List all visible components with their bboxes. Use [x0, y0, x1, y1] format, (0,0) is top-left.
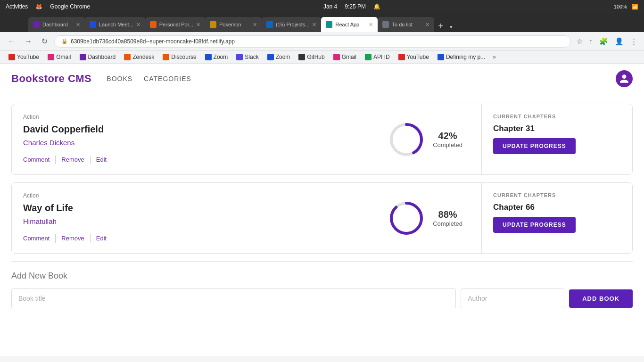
tab-favicon-personal-por	[150, 21, 157, 28]
book-card-progress-1: 88% Completed	[369, 183, 481, 253]
bookmark-favicon-youtube-2	[398, 54, 405, 60]
progress-pct-0: 42%	[433, 131, 462, 141]
update-progress-button-1[interactable]: UPDATE PROGRESS	[493, 217, 576, 233]
tab-close-launch-meet[interactable]: ✕	[136, 22, 140, 28]
os-battery: 100%	[614, 4, 627, 9]
extensions-button[interactable]: 🧩	[597, 35, 610, 48]
nav-actions: ☆ ↑ 🧩 👤 ⋮	[575, 35, 640, 48]
tab-label-react-app: React App	[335, 22, 366, 27]
bookmark-dashboard[interactable]: Dashboard	[76, 52, 120, 62]
bookmark-favicon-gmail-1	[48, 54, 54, 60]
bookmark-zendesk[interactable]: Zendesk	[120, 52, 158, 62]
bookmark-youtube-1[interactable]: YouTube	[5, 52, 43, 62]
back-button[interactable]: ←	[5, 35, 18, 48]
tab-todo-list[interactable]: To do list ✕	[378, 17, 434, 32]
bookmark-github[interactable]: GitHub	[295, 52, 328, 62]
bookmark-api-id[interactable]: API ID	[361, 52, 394, 62]
book-card-left-1: Action Way of Life Himatullah Comment Re…	[12, 183, 369, 253]
bookmark-discourse[interactable]: Discourse	[159, 52, 200, 62]
profile-button[interactable]: 👤	[613, 35, 626, 48]
nav-link-categories[interactable]: CATEGORIES	[144, 73, 191, 84]
remove-button-0[interactable]: Remove	[56, 154, 90, 165]
os-bar-center: Jan 4 9:25 PM 🔔	[323, 3, 380, 10]
tab-close-dashboard[interactable]: ✕	[76, 22, 80, 28]
bookmark-slack[interactable]: Slack	[232, 52, 262, 62]
activities-label[interactable]: Activities	[6, 3, 28, 10]
tab-react-app[interactable]: React App ✕	[321, 17, 378, 32]
bookmark-favicon-dashboard	[80, 54, 86, 60]
lock-icon: 🔒	[61, 38, 68, 44]
book-genre-1: Action	[23, 192, 357, 199]
bookmark-label-gmail-2: Gmail	[342, 54, 356, 60]
new-tab-button[interactable]: +	[434, 21, 447, 31]
book-title-input[interactable]	[11, 288, 456, 308]
os-signal-icon: 📶	[632, 4, 638, 10]
progress-circle-1	[388, 199, 425, 237]
bookmark-gmail-1[interactable]: Gmail	[44, 52, 74, 62]
add-book-title: Add New Book	[11, 271, 633, 281]
user-avatar[interactable]	[616, 70, 633, 87]
bookmark-youtube-2[interactable]: YouTube	[395, 52, 433, 62]
address-bar[interactable]: 🔒 6309be1db736cd40a8509e8d--super-moonca…	[54, 35, 571, 48]
os-bell-icon: 🔔	[373, 3, 380, 10]
bookmark-label-zoom-1: Zoom	[214, 54, 228, 60]
add-book-section: Add New Book ADD BOOK	[11, 261, 633, 318]
edit-button-1[interactable]: Edit	[91, 233, 112, 244]
bookmark-gmail-2[interactable]: Gmail	[330, 52, 360, 62]
tab-close-react-app[interactable]: ✕	[369, 22, 373, 28]
tab-overflow-button[interactable]: ▾	[447, 24, 455, 30]
comment-button-1[interactable]: Comment	[23, 233, 55, 244]
tab-label-projects: (15) Projects...	[276, 22, 310, 27]
nav-link-books[interactable]: BOOKS	[107, 73, 132, 84]
bookmark-favicon-zoom-1	[205, 54, 212, 60]
bookmark-label-api-id: API ID	[373, 54, 390, 60]
tab-projects[interactable]: (15) Projects... ✕	[262, 17, 322, 32]
tab-close-projects[interactable]: ✕	[312, 22, 316, 28]
add-book-button[interactable]: ADD BOOK	[569, 289, 633, 308]
bookmark-star-button[interactable]: ☆	[575, 35, 585, 48]
current-chapter-value-1: Chapter 66	[493, 203, 621, 212]
svg-point-3	[391, 203, 421, 233]
tab-close-todo-list[interactable]: ✕	[425, 22, 429, 28]
current-chapter-value-0: Chapter 31	[493, 124, 621, 133]
address-text: 6309be1db736cd40a8509e8d--super-mooncake…	[71, 38, 564, 45]
app-nav-links: BOOKS CATEGORIES	[107, 73, 601, 84]
tab-pokemon[interactable]: Pokemon ✕	[205, 17, 262, 32]
share-button[interactable]: ↑	[587, 35, 595, 47]
bookmark-zoom-1[interactable]: Zoom	[201, 52, 232, 62]
tab-dashboard[interactable]: Dashboard ✕	[28, 17, 85, 32]
bookmarks-overflow-button[interactable]: »	[490, 52, 499, 62]
book-card-0: Action David Copperfield Charles Dickens…	[11, 104, 633, 175]
forward-button[interactable]: →	[22, 35, 35, 48]
book-genre-0: Action	[23, 114, 357, 120]
author-input[interactable]	[461, 288, 564, 308]
tab-close-pokemon[interactable]: ✕	[253, 22, 257, 28]
update-progress-button-0[interactable]: UPDATE PROGRESS	[493, 138, 576, 154]
tab-favicon-todo-list	[382, 21, 389, 28]
bookmark-defining[interactable]: Defining my p...	[434, 52, 489, 62]
bookmark-favicon-slack	[236, 54, 243, 60]
tab-personal-por[interactable]: Personal Por... ✕	[145, 17, 205, 32]
progress-text-1: 88% Completed	[433, 209, 462, 227]
edit-button-0[interactable]: Edit	[91, 154, 112, 165]
reload-button[interactable]: ↻	[39, 35, 50, 48]
bookmark-favicon-zoom-2	[267, 54, 274, 60]
bookmark-favicon-defining	[438, 54, 444, 60]
bookmark-favicon-zendesk	[124, 54, 131, 60]
menu-button[interactable]: ⋮	[628, 35, 639, 48]
bookmark-favicon-gmail-2	[333, 54, 340, 60]
comment-button-0[interactable]: Comment	[23, 154, 55, 165]
bookmark-label-dashboard: Dashboard	[88, 54, 116, 60]
tab-favicon-projects	[266, 21, 273, 28]
bookmark-favicon-api-id	[365, 54, 372, 60]
tab-close-personal-por[interactable]: ✕	[196, 22, 200, 28]
remove-button-1[interactable]: Remove	[56, 233, 90, 244]
bookmark-label-defining: Defining my p...	[446, 54, 485, 60]
progress-pct-1: 88%	[433, 209, 462, 220]
book-actions-0: Comment Remove Edit	[23, 154, 357, 165]
book-author-0: Charles Dickens	[23, 139, 357, 147]
bookmark-zoom-2[interactable]: Zoom	[264, 52, 294, 62]
tab-favicon-dashboard	[33, 21, 40, 28]
bookmark-favicon-discourse	[163, 54, 169, 60]
tab-launch-meet[interactable]: Launch Meet... ✕	[85, 17, 145, 32]
